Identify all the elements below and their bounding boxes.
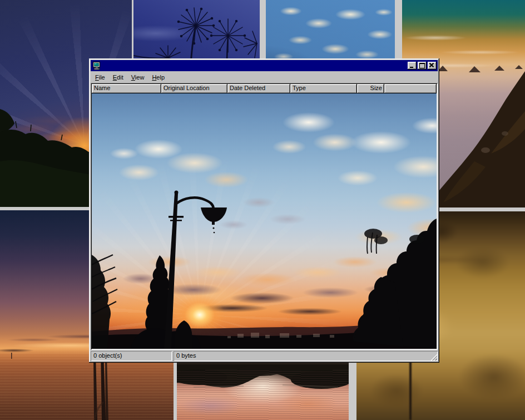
- menu-file[interactable]: File: [91, 73, 109, 82]
- close-icon[interactable]: [428, 62, 437, 70]
- recycle-bin-window: File Edit View Help Name Original Locati…: [89, 58, 439, 363]
- column-header-blank[interactable]: [384, 84, 437, 93]
- desktop: File Edit View Help Name Original Locati…: [0, 0, 525, 420]
- maximize-icon[interactable]: [418, 62, 427, 70]
- column-header-row: Name Original Location Date Deleted Type…: [92, 84, 437, 93]
- status-bytes: 0 bytes: [174, 351, 438, 361]
- column-header-original-location[interactable]: Original Location: [161, 84, 227, 93]
- column-header-date-deleted[interactable]: Date Deleted: [227, 84, 290, 93]
- menu-help[interactable]: Help: [148, 73, 169, 82]
- ripple-lines-layer: [177, 370, 349, 420]
- column-header-type[interactable]: Type: [290, 84, 357, 93]
- title-bar[interactable]: [91, 60, 438, 71]
- menu-view[interactable]: View: [127, 73, 148, 82]
- menu-bar: File Edit View Help: [91, 72, 438, 83]
- photo-silhouettes: [92, 93, 437, 349]
- column-header-name[interactable]: Name: [92, 84, 161, 93]
- lamp-post-silhouette: [164, 191, 227, 349]
- pole-silhouette: [409, 360, 412, 420]
- list-view-area[interactable]: Name Original Location Date Deleted Type…: [91, 83, 438, 350]
- computer-icon: [92, 61, 101, 70]
- menu-edit[interactable]: Edit: [109, 73, 127, 82]
- status-bar: 0 object(s) 0 bytes: [91, 351, 438, 361]
- status-objects: 0 object(s): [91, 351, 172, 361]
- sunset-lamp-post-photo[interactable]: [92, 93, 437, 349]
- column-header-size[interactable]: Size: [357, 84, 384, 93]
- minimize-icon[interactable]: [408, 62, 417, 70]
